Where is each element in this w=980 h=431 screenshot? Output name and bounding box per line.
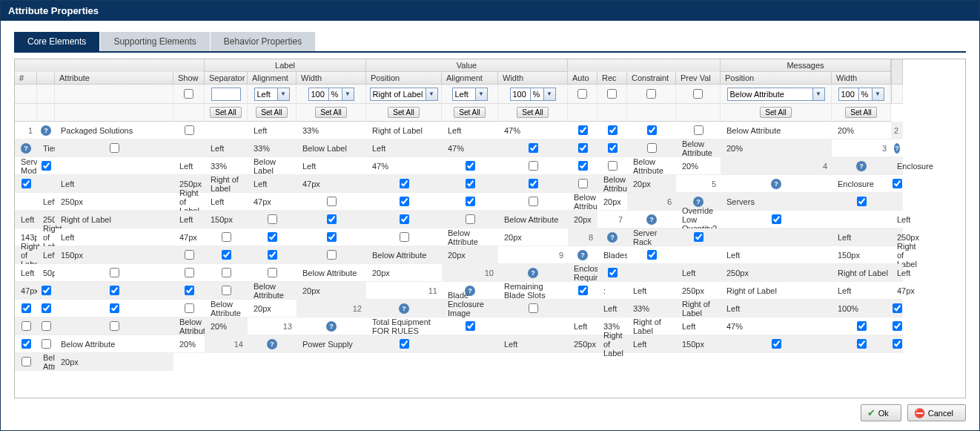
row-checkbox[interactable] <box>578 161 588 171</box>
filter-label-width-val[interactable] <box>308 88 329 101</box>
col-label-alignment[interactable]: Alignment <box>248 72 297 85</box>
help-icon[interactable]: ? <box>528 268 538 278</box>
row-checkbox[interactable] <box>185 286 194 295</box>
setall-value-width-button[interactable]: Set All <box>517 107 548 118</box>
row-checkbox[interactable] <box>608 143 618 153</box>
col-auto[interactable]: Auto <box>568 72 597 85</box>
row-checkbox[interactable] <box>400 197 409 206</box>
help-icon[interactable]: ? <box>267 339 277 349</box>
col-label-width[interactable]: Width <box>297 72 366 85</box>
row-checkbox[interactable] <box>857 197 867 206</box>
row-checkbox[interactable] <box>466 161 475 171</box>
tab-behavior-properties[interactable]: Behavior Properties <box>211 32 315 51</box>
filter-msg-width-val[interactable] <box>838 88 859 101</box>
row-checkbox[interactable] <box>42 161 51 171</box>
row-checkbox[interactable] <box>42 339 51 349</box>
chevron-down-icon[interactable]: ▼ <box>278 88 290 101</box>
row-checkbox[interactable] <box>529 303 538 313</box>
row-checkbox[interactable] <box>893 339 902 349</box>
row-checkbox[interactable] <box>608 161 618 171</box>
row-checkbox[interactable] <box>21 179 31 188</box>
row-checkbox[interactable] <box>857 321 867 331</box>
help-icon[interactable]: ? <box>41 125 51 136</box>
row-checkbox[interactable] <box>647 250 657 260</box>
row-checkbox[interactable] <box>268 214 277 224</box>
row-checkbox[interactable] <box>327 197 337 206</box>
help-icon[interactable]: ? <box>856 161 867 171</box>
filter-separator-input[interactable] <box>211 88 241 101</box>
row-checkbox[interactable] <box>21 357 31 366</box>
filter-constraint-checkbox[interactable] <box>646 89 656 99</box>
row-checkbox[interactable] <box>42 321 51 331</box>
help-icon[interactable]: ? <box>646 214 657 225</box>
col-constraint[interactable]: Constraint <box>627 72 676 85</box>
row-checkbox[interactable] <box>608 125 618 135</box>
col-num[interactable]: # <box>15 72 37 85</box>
filter-auto-checkbox[interactable] <box>577 89 587 99</box>
filter-label-alignment[interactable] <box>254 88 278 101</box>
chevron-down-icon[interactable]: ▼ <box>813 88 825 101</box>
tab-supporting-elements[interactable]: Supporting Elements <box>100 32 209 51</box>
row-checkbox[interactable] <box>185 303 194 313</box>
row-checkbox[interactable] <box>529 179 538 188</box>
help-icon[interactable]: ? <box>894 143 900 154</box>
row-checkbox[interactable] <box>578 286 588 295</box>
row-checkbox[interactable] <box>529 143 538 153</box>
row-checkbox[interactable] <box>222 250 231 260</box>
row-checkbox[interactable] <box>400 232 409 242</box>
row-checkbox[interactable] <box>185 268 194 277</box>
row-checkbox[interactable] <box>578 179 588 188</box>
row-checkbox[interactable] <box>42 303 51 313</box>
row-checkbox[interactable] <box>694 232 703 242</box>
col-msg-width[interactable]: Width <box>832 72 891 85</box>
col-icon[interactable] <box>37 72 55 85</box>
chevron-down-icon[interactable]: ▼ <box>342 88 354 101</box>
row-checkbox[interactable] <box>400 179 409 188</box>
help-icon[interactable]: ? <box>399 303 409 314</box>
row-checkbox[interactable] <box>327 232 337 242</box>
filter-msg-position[interactable] <box>727 88 813 101</box>
filter-value-position[interactable] <box>370 88 426 101</box>
row-checkbox[interactable] <box>608 268 618 277</box>
row-checkbox[interactable] <box>529 161 538 171</box>
col-attribute[interactable]: Attribute <box>55 72 173 85</box>
row-checkbox[interactable] <box>268 250 277 260</box>
filter-value-width-unit[interactable] <box>531 88 544 101</box>
row-checkbox[interactable] <box>110 143 119 153</box>
row-checkbox[interactable] <box>327 214 337 224</box>
filter-label-width-unit[interactable] <box>329 88 342 101</box>
row-checkbox[interactable] <box>110 268 119 277</box>
col-value-width[interactable]: Width <box>498 72 568 85</box>
row-checkbox[interactable] <box>21 339 31 349</box>
row-checkbox[interactable] <box>857 339 867 349</box>
filter-value-alignment[interactable] <box>452 88 476 101</box>
col-prev-val[interactable]: Prev Val <box>676 72 721 85</box>
tab-core-elements[interactable]: Core Elements <box>14 32 99 51</box>
row-checkbox[interactable] <box>110 286 119 295</box>
setall-value-position-button[interactable]: Set All <box>388 107 419 118</box>
setall-label-alignment-button[interactable]: Set All <box>256 107 287 118</box>
row-checkbox[interactable] <box>466 321 475 331</box>
ok-button[interactable]: ✔Ok <box>861 404 901 421</box>
row-checkbox[interactable] <box>893 321 902 331</box>
row-checkbox[interactable] <box>21 321 31 331</box>
chevron-down-icon[interactable]: ▼ <box>544 88 556 101</box>
row-checkbox[interactable] <box>529 197 538 206</box>
row-checkbox[interactable] <box>893 179 902 188</box>
chevron-down-icon[interactable]: ▼ <box>873 88 884 101</box>
col-show[interactable]: Show <box>173 72 205 85</box>
col-value-position[interactable]: Position <box>366 72 442 85</box>
help-icon[interactable]: ? <box>607 232 618 243</box>
row-checkbox[interactable] <box>772 214 781 224</box>
setall-separator-button[interactable]: Set All <box>210 107 241 118</box>
row-checkbox[interactable] <box>327 250 337 260</box>
row-checkbox[interactable] <box>21 303 31 313</box>
row-checkbox[interactable] <box>222 232 231 242</box>
setall-value-alignment-button[interactable]: Set All <box>454 107 485 118</box>
row-checkbox[interactable] <box>400 339 409 349</box>
setall-msg-width-button[interactable]: Set All <box>845 107 876 118</box>
row-checkbox[interactable] <box>694 125 703 135</box>
row-checkbox[interactable] <box>647 125 657 135</box>
row-checkbox[interactable] <box>578 125 588 135</box>
help-icon[interactable]: ? <box>326 321 337 332</box>
